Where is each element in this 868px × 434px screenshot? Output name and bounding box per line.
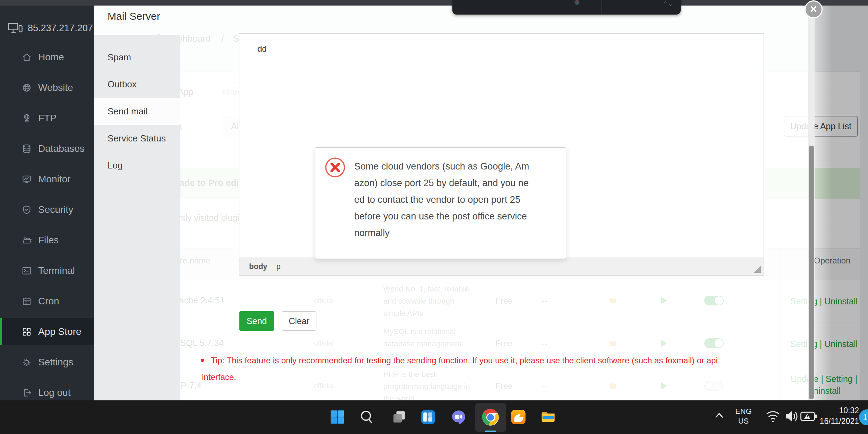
send-button[interactable]: Send [239, 311, 274, 331]
search-icon [359, 410, 374, 424]
statusbar-p-tag: p [276, 262, 281, 271]
taskbar-search-button[interactable] [355, 406, 377, 428]
chrome-icon [482, 408, 500, 426]
globe-icon [22, 83, 32, 93]
sidebar-item-databases[interactable]: Databases [0, 135, 94, 162]
chrome-active-indicator [485, 431, 496, 432]
sidebar-item-monitor[interactable]: Monitor [0, 166, 94, 193]
uc-browser-button[interactable] [507, 406, 529, 428]
sidebar-item-label: Security [38, 204, 73, 215]
grid-icon [22, 327, 32, 337]
home-icon [22, 52, 32, 62]
language-line2: US [731, 416, 756, 426]
modal-nav: Spam Outbox Send mail Service Status Log [94, 35, 180, 400]
sidebar-item-terminal[interactable]: Terminal [0, 257, 94, 284]
sidebar-item-label: Website [38, 82, 73, 93]
sidebar-item-settings[interactable]: Settings [0, 349, 94, 376]
screen: Dashboard / Software Store Search App Ap… [0, 0, 868, 434]
error-dialog: Some cloud vendors (such as Google, Am a… [315, 147, 566, 259]
start-button[interactable] [326, 406, 348, 428]
sidebar-item-label: App Store [38, 326, 82, 337]
modal-nav-log[interactable]: Log [94, 152, 180, 179]
modal-nav-outbox[interactable]: Outbox [94, 71, 180, 98]
sidebar-item-website[interactable]: Website [0, 74, 94, 101]
popup-favicon [575, 0, 579, 5]
browser-popup: ⌃⌄ [452, 0, 681, 15]
task-view-icon [392, 410, 406, 424]
sidebar-item-files[interactable]: Files [0, 227, 94, 254]
notification-badge[interactable]: 1 [859, 409, 868, 425]
sidebar-item-label: FTP [38, 113, 57, 124]
folder-icon [22, 235, 32, 245]
file-explorer-button[interactable] [537, 406, 559, 428]
calendar-icon [22, 296, 32, 306]
error-icon [324, 156, 347, 179]
monitor-icon [22, 174, 32, 184]
language-indicator[interactable]: ENG US [731, 407, 756, 426]
sidebar-item-label: Terminal [38, 265, 75, 276]
sidebar-item-ftp[interactable]: FTP [0, 105, 94, 132]
widgets-button[interactable] [417, 406, 439, 428]
modal-nav-service-status[interactable]: Service Status [94, 125, 180, 152]
top-frame-strip [0, 0, 868, 6]
chrome-button[interactable] [475, 403, 506, 432]
sidebar-item-home[interactable]: Home [0, 44, 94, 71]
sidebar-item-label: Files [38, 235, 59, 246]
editor-content[interactable]: dd [257, 44, 267, 54]
tip-text-line1: Tip: This feature is only recommended fo… [211, 356, 718, 365]
widgets-icon [420, 409, 436, 425]
tip-text-line2: interface. [202, 372, 236, 382]
chat-icon [451, 409, 466, 425]
gear-icon [22, 357, 32, 367]
wifi-icon[interactable] [765, 409, 781, 423]
task-view-button[interactable] [388, 406, 410, 428]
modal-nav-send-mail[interactable]: Send mail [94, 98, 180, 125]
language-line1: ENG [731, 407, 756, 416]
shield-icon [22, 205, 32, 215]
taskbar: ENG US 10:32 16/11/2021 1 [0, 400, 868, 434]
file-explorer-icon [540, 409, 556, 425]
sidebar-item-label: Databases [38, 143, 85, 154]
error-message: Some cloud vendors (such as Google, Am a… [354, 158, 555, 241]
tray-chevron-icon[interactable] [714, 411, 724, 419]
database-icon [22, 144, 32, 154]
popup-divider [602, 0, 602, 12]
server-icon [8, 22, 23, 34]
sidebar: 85.237.217.207 Home Website FTP Database… [0, 6, 94, 400]
volume-icon[interactable] [785, 409, 800, 423]
editor-statusbar: body p [239, 258, 764, 275]
windows-start-icon [330, 410, 344, 424]
date: 16/11/2021 [815, 416, 859, 427]
logout-icon [22, 388, 32, 398]
sidebar-item-label: Home [38, 52, 64, 63]
clear-button[interactable]: Clear [282, 311, 316, 331]
popup-glyph: ⌃⌄ [663, 0, 673, 8]
chat-button[interactable] [448, 406, 470, 428]
sidebar-item-app-store[interactable]: App Store [0, 318, 94, 345]
sidebar-item-label: Settings [38, 357, 73, 368]
sidebar-item-label: Cron [38, 296, 59, 307]
statusbar-body-tag: body [249, 262, 267, 271]
tip-bullet [201, 359, 204, 362]
dim-overlay [815, 6, 868, 400]
clock[interactable]: 10:32 16/11/2021 [815, 405, 859, 427]
sidebar-item-label: Log out [38, 387, 70, 398]
server-ip: 85.237.217.207 [28, 23, 93, 34]
editor-resize-handle[interactable] [754, 266, 761, 273]
uc-browser-icon [510, 409, 526, 425]
page-scrollbar-thumb[interactable] [809, 146, 814, 399]
modal-close-button[interactable]: ✕ [805, 0, 823, 18]
time: 10:32 [815, 405, 859, 416]
server-ip-row[interactable]: 85.237.217.207 [0, 16, 94, 40]
ftp-icon [22, 113, 32, 123]
modal-nav-spam[interactable]: Spam [94, 44, 180, 71]
terminal-icon [22, 266, 32, 276]
sidebar-item-label: Monitor [38, 174, 70, 185]
sidebar-item-security[interactable]: Security [0, 196, 94, 223]
sidebar-item-cron[interactable]: Cron [0, 288, 94, 315]
modal-title: Mail Server [108, 10, 160, 22]
